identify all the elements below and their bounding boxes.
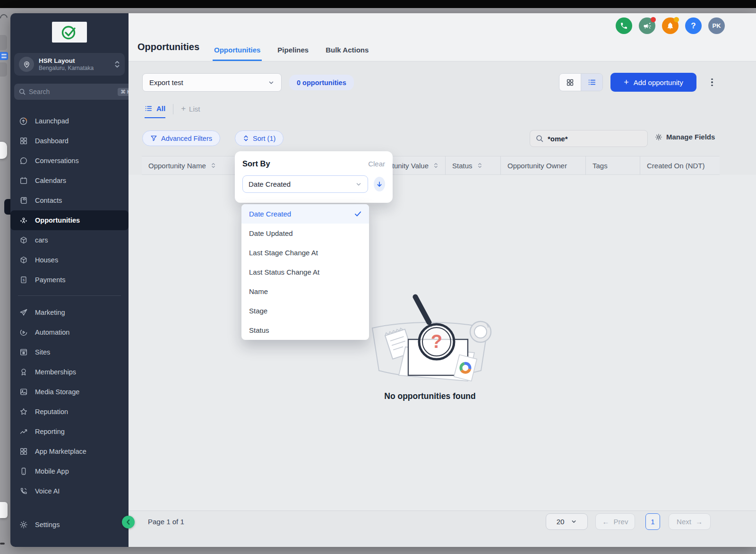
sidebar-item-houses[interactable]: Houses xyxy=(10,250,129,270)
sidebar-collapse-button[interactable] xyxy=(122,516,135,528)
sidebar-item-contacts[interactable]: Contacts xyxy=(10,190,129,210)
background-window-fragment xyxy=(4,199,10,215)
check-circle-logo-icon xyxy=(59,24,80,41)
sidebar-item-reputation[interactable]: Reputation xyxy=(10,402,129,422)
sort-column-icon[interactable] xyxy=(433,162,438,169)
page-size-select[interactable]: 20 xyxy=(546,513,588,530)
user-avatar[interactable]: PK xyxy=(708,17,725,34)
sidebar-item-settings[interactable]: Settings xyxy=(10,515,129,535)
chevron-down-icon xyxy=(355,181,362,188)
dropdown-option-status[interactable]: Status xyxy=(241,320,369,340)
sort-direction-button[interactable] xyxy=(374,177,385,191)
ribbon-badge-icon xyxy=(19,368,28,377)
opportunities-count-badge[interactable]: 0 opportunities xyxy=(289,75,354,90)
current-page-button[interactable]: 1 xyxy=(645,513,660,530)
sidebar-item-launchpad[interactable]: Launchpad xyxy=(10,111,129,131)
dropdown-option-date-updated[interactable]: Date Updated xyxy=(241,224,369,243)
more-options-button[interactable] xyxy=(709,76,715,88)
phone-icon xyxy=(620,22,628,30)
sidebar-item-sites[interactable]: Sites xyxy=(10,342,129,362)
payments-icon: $ xyxy=(19,276,28,285)
sort-field-select[interactable]: Date Created xyxy=(242,175,368,193)
announcements-button[interactable] xyxy=(639,17,655,34)
sidebar-item-cars[interactable]: cars xyxy=(10,230,129,250)
sidebar-item-app-marketplace[interactable]: App Marketplace xyxy=(10,441,129,461)
question-mark-icon: ? xyxy=(691,21,696,31)
sidebar-item-dashboard[interactable]: Dashboard xyxy=(10,131,129,151)
sort-column-icon[interactable] xyxy=(211,162,216,169)
background-window-fragment xyxy=(0,502,8,518)
dropdown-option-last-status-change[interactable]: Last Status Change At xyxy=(241,262,369,282)
paper-plane-icon xyxy=(19,308,28,317)
sidebar-item-memberships[interactable]: Memberships xyxy=(10,362,129,382)
sidebar-item-media-storage[interactable]: Media Storage xyxy=(10,382,129,402)
table-header-row: Opportunity Name Opportunity Value Statu… xyxy=(142,156,720,175)
prev-page-button[interactable]: ← Prev xyxy=(595,513,635,530)
background-window-fragment xyxy=(0,13,9,24)
grid-icon xyxy=(19,447,28,456)
sidebar-nav-secondary: Marketing Automation Sites Memberships M… xyxy=(10,303,129,501)
sort-popup-title: Sort By xyxy=(242,159,270,168)
launchpad-icon xyxy=(19,117,28,126)
sidebar-item-calendars[interactable]: Calendars xyxy=(10,171,129,190)
sort-field-dropdown: Date Created Date Updated Last Stage Cha… xyxy=(241,204,369,340)
notifications-button[interactable] xyxy=(662,17,679,34)
sidebar-item-conversations[interactable]: Conversations xyxy=(10,151,129,171)
main-area: Opportunities Opportunities Pipelines Bu… xyxy=(129,13,756,547)
contacts-book-icon xyxy=(19,196,28,205)
saved-view-select[interactable]: Export test xyxy=(142,73,282,92)
tab-pipelines[interactable]: Pipelines xyxy=(276,46,310,61)
phone-button[interactable] xyxy=(616,17,632,34)
grid-view-button[interactable] xyxy=(559,74,581,91)
sidebar-item-reporting[interactable]: Reporting xyxy=(10,422,129,441)
notification-dot xyxy=(674,17,679,22)
opportunities-search[interactable] xyxy=(530,130,648,147)
background-window-fragment xyxy=(0,142,7,159)
sort-column-icon[interactable] xyxy=(477,162,482,169)
search-icon xyxy=(536,135,543,142)
manage-fields-button[interactable]: Manage Fields xyxy=(655,133,715,141)
help-button[interactable]: ? xyxy=(685,17,702,34)
dropdown-option-date-created[interactable]: Date Created xyxy=(241,204,369,224)
location-name: HSR Layout xyxy=(39,57,110,65)
dropdown-option-last-stage-change[interactable]: Last Stage Change At xyxy=(241,243,369,262)
background-list-icon xyxy=(0,52,8,60)
chevron-down-icon xyxy=(571,519,577,525)
add-opportunity-button[interactable]: + Add opportunity xyxy=(610,73,696,92)
sidebar-item-mobile-app[interactable]: Mobile App xyxy=(10,461,129,481)
tab-all-opportunities[interactable]: All xyxy=(145,104,165,118)
sidebar-item-voice-ai[interactable]: Voice AI xyxy=(10,481,129,501)
search-input[interactable] xyxy=(29,88,114,95)
location-switcher[interactable]: HSR Layout Bengaluru, Karnataka xyxy=(14,53,125,76)
list-view-icon xyxy=(588,78,596,86)
arrow-down-icon xyxy=(376,181,383,188)
clear-sort-button[interactable]: Clear xyxy=(368,160,385,168)
sort-button[interactable]: Sort (1) xyxy=(235,130,284,146)
megaphone-icon xyxy=(643,22,652,30)
sidebar-item-payments[interactable]: $ Payments xyxy=(10,270,129,290)
advanced-filters-button[interactable]: Advanced Filters xyxy=(142,130,220,146)
dropdown-option-stage[interactable]: Stage xyxy=(241,301,369,320)
sidebar-item-marketing[interactable]: Marketing xyxy=(10,303,129,322)
dropdown-option-name[interactable]: Name xyxy=(241,282,369,301)
pagination-footer: Page 1 of 1 20 ← Prev 1 Next xyxy=(129,511,756,547)
sidebar-item-opportunities[interactable]: Opportunities xyxy=(10,210,129,230)
background-window-fragment xyxy=(0,62,7,77)
sidebar-search[interactable]: ⌘ K xyxy=(14,84,137,100)
chevron-down-icon xyxy=(268,79,275,86)
next-page-button[interactable]: Next → xyxy=(669,513,711,530)
tab-opportunities[interactable]: Opportunities xyxy=(213,46,262,61)
tab-bulk-actions[interactable]: Bulk Actions xyxy=(324,46,370,61)
bell-icon xyxy=(666,22,674,30)
column-header-opportunity-owner: Opportunity Owner xyxy=(501,156,586,174)
notification-dot xyxy=(651,17,656,22)
list-view-button[interactable] xyxy=(581,74,602,91)
sidebar-item-automation[interactable]: Automation xyxy=(10,322,129,342)
avatar-initials: PK xyxy=(712,22,721,29)
opportunities-search-input[interactable] xyxy=(548,135,642,143)
chevron-left-icon xyxy=(126,519,131,525)
image-icon xyxy=(19,388,28,397)
star-icon xyxy=(19,407,28,416)
arrow-left-icon: ← xyxy=(602,518,610,526)
add-list-button[interactable]: + List xyxy=(181,104,200,118)
